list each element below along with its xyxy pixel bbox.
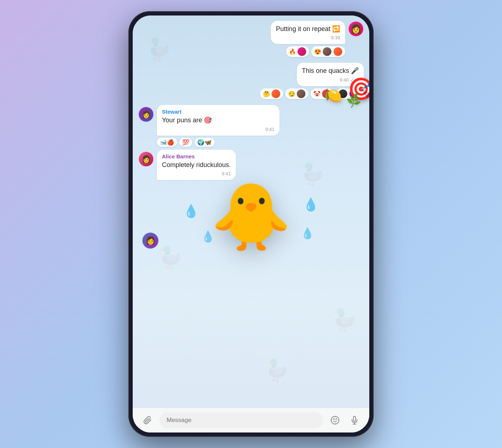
reaction-heart-eyes[interactable]: 😍 <box>311 46 345 57</box>
reaction-clown[interactable]: 🤡 <box>311 88 334 99</box>
reaction-wink[interactable]: 🤔 <box>260 88 283 99</box>
reaction-earth-butterfly[interactable]: 🌍🦋 <box>194 138 215 147</box>
avatar-bottom: 👩 <box>142 232 159 249</box>
avatar-4: 👩 <box>138 151 154 167</box>
svg-point-0 <box>331 416 339 424</box>
reaction-person[interactable] <box>336 88 361 99</box>
sticker-button[interactable] <box>327 413 343 428</box>
reactions-2[interactable]: 🤔 😏 🤡 <box>260 88 361 99</box>
sticker-container: 👩 🐥 💧 💧 💧 💧 <box>138 184 364 249</box>
duck-sticker: 🐥 <box>211 184 292 249</box>
bubble-meta-1: 9:39 <box>276 35 340 40</box>
chat-container: Putting it on repeat 🔁 9:39 👩 <box>133 16 369 432</box>
bubble-meta-2: 9:40 ✓✓ <box>302 77 359 83</box>
bottom-bar <box>133 408 369 432</box>
bubble-4: Alice Barnes Completely riduckulous. 9:4… <box>157 150 236 180</box>
svg-point-2 <box>336 419 336 420</box>
bubble-meta-3: 9:41 <box>162 127 274 132</box>
bubble-meta-4: 9:41 <box>162 171 231 176</box>
svg-point-1 <box>334 419 334 420</box>
messages-area: Putting it on repeat 🔁 9:39 👩 <box>133 16 369 408</box>
message-text-1: Putting it on repeat 🔁 <box>276 25 340 34</box>
mic-button[interactable] <box>347 413 362 428</box>
sender-4: Alice Barnes <box>162 153 231 159</box>
message-row-2: This one quacks 🎤 9:40 ✓✓ � <box>138 63 364 99</box>
avatar-3: 👩 <box>138 106 154 122</box>
bubble-2: This one quacks 🎤 9:40 ✓✓ <box>297 63 364 86</box>
reaction-100[interactable]: 💯 <box>179 138 192 147</box>
reactions-1[interactable]: 🔥 😍 <box>286 46 345 57</box>
sender-3: Stewart <box>162 109 274 115</box>
water-drops: 💧 <box>183 204 199 219</box>
attach-button[interactable] <box>140 413 155 428</box>
phone-frame: 🦆 🦆 🦆 🦆 🦆 🦆 Putting it on repeat 🔁 <box>128 11 374 437</box>
check-2: ✓✓ <box>350 77 359 83</box>
avatar-1: 👩 <box>348 21 364 37</box>
message-text-2: This one quacks 🎤 <box>302 66 359 75</box>
message-row-4: 👩 Alice Barnes Completely riduckulous. 9… <box>138 150 364 180</box>
message-row-1: Putting it on repeat 🔁 9:39 👩 <box>138 21 364 57</box>
time-1: 9:39 <box>331 35 340 40</box>
phone-screen: 🦆 🦆 🦆 🦆 🦆 🦆 Putting it on repeat 🔁 <box>133 16 369 432</box>
message-input[interactable] <box>159 412 323 428</box>
water-drops-4: 💧 <box>201 230 215 243</box>
reactions-3[interactable]: 🐋🍎 💯 🌍🦋 <box>157 138 364 147</box>
message-row-3: 👩 Stewart Your puns are 🎯 9:41 <box>138 105 364 146</box>
time-3: 9:41 <box>265 127 274 132</box>
time-4: 9:41 <box>222 171 231 176</box>
message-text-4: Completely riduckulous. <box>162 161 231 170</box>
water-drops-2: 💧 <box>303 197 319 212</box>
message-text-3: Your puns are 🎯 <box>162 116 274 125</box>
reaction-whale-apple[interactable]: 🐋🍎 <box>157 138 177 147</box>
reaction-fire[interactable]: 🔥 <box>286 46 309 57</box>
time-2: 9:40 <box>340 77 349 83</box>
bubble-1: Putting it on repeat 🔁 9:39 <box>271 21 345 44</box>
water-drops-3: 💧 <box>301 227 314 240</box>
bubble-3: Stewart Your puns are 🎯 9:41 <box>157 105 279 135</box>
reaction-smirk[interactable]: 😏 <box>285 88 308 99</box>
